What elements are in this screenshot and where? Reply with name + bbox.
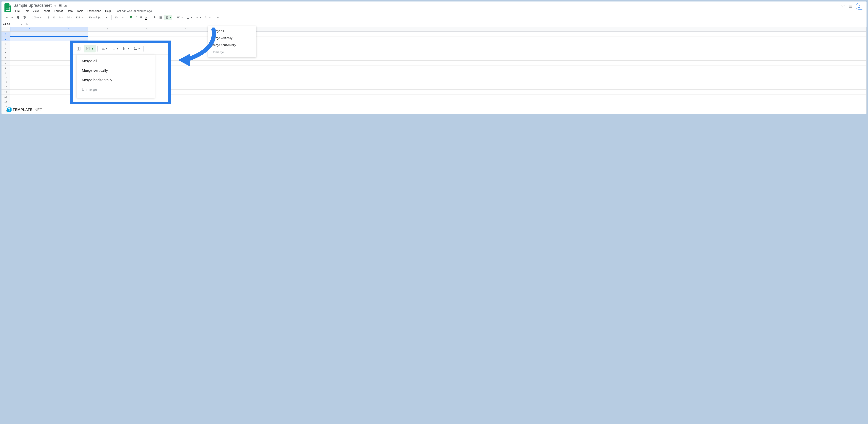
- number-format-dropdown[interactable]: 123▼: [74, 15, 85, 20]
- cell[interactable]: [205, 46, 867, 51]
- more-toolbar-button[interactable]: ⋯: [216, 14, 222, 21]
- cell[interactable]: [49, 109, 88, 114]
- cell[interactable]: [205, 75, 867, 80]
- row-header-15[interactable]: 15: [1, 99, 10, 104]
- fill-color-button[interactable]: [152, 15, 157, 20]
- row-header-13[interactable]: 13: [1, 90, 10, 94]
- cell[interactable]: [205, 90, 867, 94]
- text-color-button[interactable]: A: [144, 15, 148, 20]
- col-header-D[interactable]: D: [127, 27, 166, 31]
- cell[interactable]: [166, 109, 205, 114]
- row-header-12[interactable]: 12: [1, 85, 10, 90]
- cell[interactable]: [205, 36, 867, 41]
- col-header-rest[interactable]: [205, 27, 867, 31]
- merge-cells-button[interactable]: ▼: [164, 15, 173, 20]
- redo-button[interactable]: ↷: [10, 15, 15, 20]
- cell[interactable]: [10, 85, 49, 90]
- cell[interactable]: [10, 70, 49, 75]
- row-header-11[interactable]: 11: [1, 80, 10, 85]
- menu-help[interactable]: Help: [103, 8, 113, 13]
- cell[interactable]: [10, 80, 49, 85]
- text-wrap-button[interactable]: ▼: [194, 15, 203, 20]
- cell[interactable]: [205, 65, 867, 70]
- row-header-3[interactable]: 3: [1, 41, 10, 46]
- callout-merge-all[interactable]: Merge all: [76, 56, 155, 66]
- cell[interactable]: [127, 32, 166, 36]
- activity-icon[interactable]: 〰: [841, 4, 845, 9]
- menu-file[interactable]: File: [13, 8, 22, 13]
- menu-edit[interactable]: Edit: [22, 8, 31, 13]
- doc-title[interactable]: Sample Spreadsheet: [13, 3, 52, 8]
- cell[interactable]: [205, 70, 867, 75]
- col-header-C[interactable]: C: [88, 27, 127, 31]
- cell[interactable]: [10, 32, 49, 36]
- row-header-4[interactable]: 4: [1, 46, 10, 51]
- menu-format[interactable]: Format: [52, 8, 65, 13]
- cell[interactable]: [88, 109, 127, 114]
- move-icon[interactable]: ▣: [59, 3, 62, 7]
- font-size-dropdown[interactable]: 10▼: [113, 15, 125, 20]
- cell[interactable]: [10, 51, 49, 56]
- col-header-B[interactable]: B: [49, 27, 88, 31]
- menu-extensions[interactable]: Extensions: [86, 8, 103, 13]
- cell[interactable]: [166, 75, 205, 80]
- menu-insert[interactable]: Insert: [41, 8, 52, 13]
- cell[interactable]: [166, 70, 205, 75]
- italic-button[interactable]: I: [134, 15, 138, 20]
- row-header-9[interactable]: 9: [1, 70, 10, 75]
- cell[interactable]: [166, 85, 205, 90]
- bold-button[interactable]: B: [128, 15, 134, 20]
- menu-tools[interactable]: Tools: [75, 8, 85, 13]
- cell[interactable]: [166, 80, 205, 85]
- increase-decimal-button[interactable]: .00→: [65, 15, 74, 20]
- decrease-decimal-button[interactable]: .0←: [57, 15, 64, 20]
- cell[interactable]: [205, 85, 867, 90]
- cell[interactable]: [166, 104, 205, 109]
- cell[interactable]: [205, 32, 867, 36]
- print-button[interactable]: [15, 15, 21, 20]
- cell[interactable]: [10, 41, 49, 46]
- borders-button[interactable]: [158, 15, 164, 20]
- cell[interactable]: [10, 65, 49, 70]
- cell[interactable]: [10, 94, 49, 99]
- cell[interactable]: [10, 36, 49, 41]
- horizontal-align-button[interactable]: ▼: [176, 15, 184, 20]
- cell[interactable]: [10, 56, 49, 61]
- cell[interactable]: [88, 32, 127, 36]
- callout-merge-vertically[interactable]: Merge vertically: [76, 66, 155, 75]
- undo-button[interactable]: ↶: [4, 15, 9, 20]
- name-box[interactable]: A1:B2 ▼: [1, 22, 24, 27]
- cell[interactable]: [166, 90, 205, 94]
- callout-merge-horizontally[interactable]: Merge horizontally: [76, 75, 155, 85]
- cell[interactable]: [10, 46, 49, 51]
- share-button[interactable]: [856, 3, 862, 10]
- strikethrough-button[interactable]: S: [138, 15, 143, 20]
- last-edit-link[interactable]: Last edit was 59 minutes ago: [116, 9, 152, 12]
- row-header-5[interactable]: 5: [1, 51, 10, 56]
- cell[interactable]: [205, 94, 867, 99]
- cell[interactable]: [49, 32, 88, 36]
- cell[interactable]: [205, 41, 867, 46]
- cell[interactable]: [205, 61, 867, 65]
- cell[interactable]: [166, 99, 205, 104]
- cell[interactable]: [205, 99, 867, 104]
- col-header-A[interactable]: A: [10, 27, 49, 31]
- callout-merge-button[interactable]: ▼: [84, 45, 96, 53]
- cloud-status-icon[interactable]: ☁: [64, 3, 67, 7]
- text-rotation-button[interactable]: ▼: [204, 15, 212, 20]
- cell[interactable]: [10, 61, 49, 65]
- menu-data[interactable]: Data: [65, 8, 74, 13]
- cell[interactable]: [10, 99, 49, 104]
- cell[interactable]: [205, 51, 867, 56]
- cell[interactable]: [166, 94, 205, 99]
- cell[interactable]: [205, 109, 867, 114]
- font-dropdown[interactable]: Default (Ari...▼: [88, 15, 110, 20]
- zoom-dropdown[interactable]: 100%▼: [31, 15, 43, 20]
- select-all-corner[interactable]: [1, 27, 10, 31]
- cell[interactable]: [10, 90, 49, 94]
- cell[interactable]: [127, 109, 166, 114]
- row-header-6[interactable]: 6: [1, 56, 10, 61]
- cell[interactable]: [10, 75, 49, 80]
- star-icon[interactable]: ☆: [53, 3, 56, 7]
- cell[interactable]: [205, 104, 867, 109]
